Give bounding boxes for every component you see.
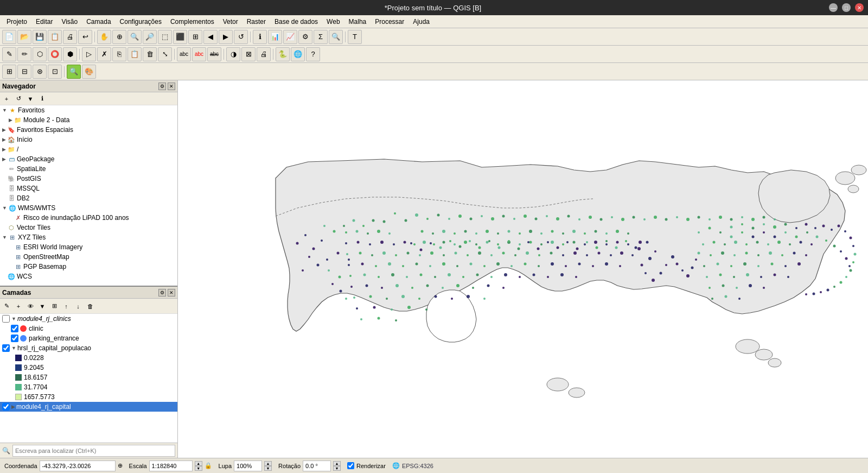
tree-postgis[interactable]: ▶ 🐘 PostGIS — [0, 174, 177, 184]
diagram-btn[interactable]: ◑ — [226, 47, 240, 61]
layer-val5[interactable]: 1657.5773 — [0, 392, 177, 402]
select-btn[interactable]: ▷ — [82, 47, 96, 61]
rotation-down-btn[interactable]: ▼ — [333, 466, 341, 471]
menu-item-malha[interactable]: Malha — [344, 17, 371, 27]
delete-btn[interactable]: 🗑 — [143, 47, 157, 61]
zoom-prev-btn[interactable]: ◀ — [203, 30, 218, 44]
layers-down-btn[interactable]: ↓ — [73, 301, 84, 312]
menu-item-projeto[interactable]: Projeto — [2, 17, 31, 27]
zoom-down-btn[interactable]: ▼ — [264, 466, 272, 471]
menu-item-editar[interactable]: Editar — [31, 17, 57, 27]
nav-add-btn[interactable]: + — [1, 93, 12, 104]
nav-info-btn[interactable]: ℹ — [37, 93, 48, 104]
layer-populacao-group[interactable]: ▼ hrsl_rj_capital_populacao — [0, 343, 177, 353]
tree-fav-esp[interactable]: ▶ 🔖 Favoritos Espaciais — [0, 125, 177, 135]
epsg-label[interactable]: EPSG:4326 — [402, 463, 433, 469]
stats-btn[interactable]: 📈 — [283, 30, 297, 44]
style-btn[interactable]: 🎨 — [82, 65, 96, 79]
add-ring-btn[interactable]: ⭕ — [48, 47, 62, 61]
navigator-close-btn[interactable]: ✕ — [168, 83, 175, 90]
tree-module2[interactable]: ▶ 📁 Module 2 - Data — [0, 115, 177, 125]
tree-pgp[interactable]: ▶ ⊞ PGP Basemap — [0, 262, 177, 272]
move-btn[interactable]: ⤡ — [158, 47, 172, 61]
layer-val3[interactable]: 18.6157 — [0, 373, 177, 382]
save-as-btn[interactable]: 📋 — [48, 30, 62, 44]
menu-item-raster[interactable]: Raster — [242, 17, 270, 27]
tree-geopackage[interactable]: ▶ 🗃 GeoPackage — [0, 154, 177, 164]
layer-val1[interactable]: 0.0228 — [0, 353, 177, 363]
search-input[interactable] — [12, 445, 175, 457]
edit-btn[interactable]: ✏ — [17, 47, 31, 61]
tree-db2[interactable]: ▶ 🗄 DB2 — [0, 193, 177, 203]
menu-item-basededados[interactable]: Base de dados — [270, 17, 322, 27]
new-project-btn[interactable]: 📄 — [2, 30, 16, 44]
menu-item-viso[interactable]: Visão — [57, 17, 82, 27]
layer-capital-checkbox[interactable] — [2, 403, 10, 411]
menu-item-complementos[interactable]: Complementos — [166, 17, 219, 27]
coord-input[interactable] — [40, 461, 116, 471]
layers-filter-btn[interactable]: ▼ — [37, 301, 48, 312]
label-btn[interactable]: T — [348, 30, 362, 44]
layer-val2[interactable]: 9.2045 — [0, 363, 177, 373]
render-checkbox[interactable] — [347, 462, 354, 469]
globe-btn[interactable]: 🌐 — [291, 47, 305, 61]
layers-edit-btn[interactable]: ✎ — [1, 301, 12, 312]
undo-btn[interactable]: ↩ — [78, 30, 92, 44]
menu-item-ajuda[interactable]: Ajuda — [409, 17, 434, 27]
layers-select-btn[interactable]: ⊞ — [49, 301, 60, 312]
zoom-next-btn[interactable]: ▶ — [219, 30, 233, 44]
open-project-btn[interactable]: 📂 — [17, 30, 31, 44]
menu-item-vetor[interactable]: Vetor — [219, 17, 242, 27]
pan-map-btn[interactable]: ⊕ — [112, 30, 126, 44]
field-calc-btn[interactable]: ⚙ — [298, 30, 312, 44]
tree-xyz-tiles[interactable]: ▼ ⊞ XYZ Tiles — [0, 232, 177, 242]
render-btn[interactable]: ⊠ — [241, 47, 256, 61]
layer-clinics-checkbox[interactable] — [2, 315, 10, 323]
layer-clinic[interactable]: clinic — [0, 324, 177, 333]
layer-val4[interactable]: 31.7704 — [0, 382, 177, 392]
layers-close-btn[interactable]: ✕ — [168, 289, 175, 297]
tree-root[interactable]: ▶ 📁 / — [0, 144, 177, 154]
layers-delete-btn[interactable]: 🗑 — [85, 301, 95, 312]
python-btn[interactable]: 🐍 — [276, 47, 290, 61]
layer-parking-checkbox[interactable] — [11, 335, 18, 342]
copy-btn[interactable]: ⎘ — [112, 47, 126, 61]
tree-risco[interactable]: ▶ ✗ Risco de inundação LiPAD 100 anos — [0, 213, 177, 223]
tree-vector-tiles[interactable]: ▶ ⬡ Vector Tiles — [0, 223, 177, 232]
capture-btn[interactable]: ⬡ — [33, 47, 47, 61]
print-btn[interactable]: 🖨 — [63, 30, 77, 44]
tree-mssql[interactable]: ▶ 🗄 MSSQL — [0, 184, 177, 193]
close-button[interactable]: ✕ — [855, 3, 864, 12]
digitize-btn[interactable]: ✎ — [2, 47, 16, 61]
navigator-settings-btn[interactable]: ⚙ — [158, 83, 166, 90]
scale-down-btn[interactable]: ▼ — [195, 466, 202, 471]
minimize-button[interactable]: — — [829, 3, 838, 12]
tree-wcs[interactable]: ▶ 🌐 WCS — [0, 272, 177, 281]
save-project-btn[interactable]: 💾 — [33, 30, 47, 44]
locate-btn[interactable]: 🔍 — [67, 65, 81, 79]
map-area[interactable] — [178, 80, 868, 458]
scale-input[interactable] — [149, 461, 193, 471]
snap4-btn[interactable]: ⊡ — [48, 65, 62, 79]
paste-btn[interactable]: 📋 — [127, 47, 142, 61]
search-btn[interactable]: 🔍 — [329, 30, 343, 44]
maximize-button[interactable]: □ — [842, 3, 851, 12]
menu-item-processar[interactable]: Processar — [371, 17, 409, 27]
scale-up-btn[interactable]: ▲ — [195, 461, 202, 466]
identify-btn[interactable]: ℹ — [253, 30, 267, 44]
layers-add-btn[interactable]: + — [13, 301, 24, 312]
layers-settings-btn[interactable]: ⚙ — [158, 289, 166, 297]
pan-btn[interactable]: ✋ — [97, 30, 111, 44]
help-btn[interactable]: ? — [306, 47, 320, 61]
layer-clinics-group[interactable]: ▼ module4_rj_clinics — [0, 314, 177, 324]
reshape-btn[interactable]: ⬢ — [63, 47, 77, 61]
snap2-btn[interactable]: ⊟ — [17, 65, 31, 79]
snap1-btn[interactable]: ⊞ — [2, 65, 16, 79]
label3-btn[interactable]: abc — [207, 47, 221, 61]
label2-btn[interactable]: abc — [192, 47, 206, 61]
menu-item-camada[interactable]: Camada — [82, 17, 115, 27]
zoom-in-btn[interactable]: 🔍 — [127, 30, 142, 44]
nav-refresh-btn[interactable]: ↺ — [13, 93, 24, 104]
layer-capital[interactable]: ▶ module4_rj_capital — [0, 402, 177, 412]
zoom-input[interactable] — [234, 461, 262, 471]
